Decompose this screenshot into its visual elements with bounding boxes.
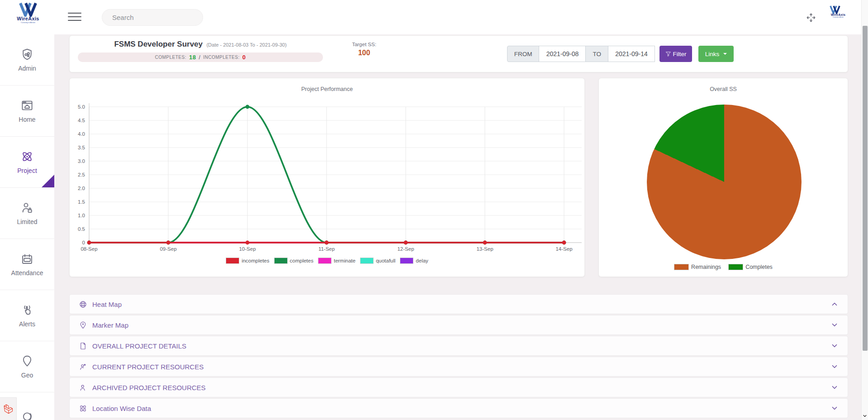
legend-item-completes[interactable]: Completes xyxy=(728,264,773,270)
legend-swatch xyxy=(318,258,332,264)
svg-text:10-Sep: 10-Sep xyxy=(239,246,256,252)
laravel-debugbar-toggle[interactable] xyxy=(0,397,17,420)
overall-ss-card: Overall SS RemainingsCompletes xyxy=(598,78,848,277)
chevron-down-icon[interactable] xyxy=(830,363,839,371)
target-ss-label: Target SS: xyxy=(337,42,391,47)
filter-button[interactable]: Filter xyxy=(659,46,692,62)
chevron-down-icon[interactable] xyxy=(830,404,839,412)
svg-text:08-Sep: 08-Sep xyxy=(81,246,97,252)
svg-text:13-Sep: 13-Sep xyxy=(476,246,493,252)
legend-item-terminate[interactable]: terminate xyxy=(318,258,356,264)
svg-text:14-Sep: 14-Sep xyxy=(555,246,572,252)
globe-stand-icon xyxy=(20,411,34,420)
chevron-down-icon[interactable] xyxy=(830,321,839,329)
chevron-down-icon[interactable] xyxy=(830,342,839,350)
brand-tagline: Curiosity in Action xyxy=(11,21,45,24)
main-content: FSMS Developer Survey (Date - 2021-08-03… xyxy=(54,34,868,420)
legend-item-delay[interactable]: delay xyxy=(400,258,428,264)
menu-toggle-icon[interactable] xyxy=(68,13,81,22)
marker-pin-icon xyxy=(79,321,87,329)
accordion-section-heat-map[interactable]: Heat Map xyxy=(69,294,848,314)
legend-item-quotafull[interactable]: quotafull xyxy=(360,258,395,264)
line-chart-title: Project Performance xyxy=(70,86,584,92)
scrollbar-thumb[interactable] xyxy=(863,26,868,351)
legend-swatch xyxy=(728,264,743,270)
sidebar-item-label: Attendance xyxy=(11,269,43,277)
active-corner-triangle xyxy=(42,175,54,187)
legend-swatch xyxy=(674,264,689,270)
date-filter-group: FROM 2021-09-08 TO 2021-09-14 Filter Lin… xyxy=(507,46,734,62)
fullscreen-expand-icon[interactable] xyxy=(805,12,817,24)
svg-text:2.5: 2.5 xyxy=(78,172,85,177)
svg-text:3.5: 3.5 xyxy=(78,145,85,150)
shield-gear-icon xyxy=(20,48,34,61)
legend-item-completes[interactable]: completes xyxy=(274,258,313,264)
legend-item-incompletes[interactable]: incompletes xyxy=(226,258,269,264)
sidebar-item-admin[interactable]: Admin xyxy=(0,34,54,86)
survey-date-range: (Date - 2021-08-03 To - 2021-09-30) xyxy=(206,42,286,48)
completes-label: COMPLETES: xyxy=(155,55,186,60)
window-home-icon xyxy=(20,99,34,112)
filter-funnel-icon xyxy=(665,51,671,57)
accordion-section-current-project-resources[interactable]: CURRENT PROJECT RESOURCES xyxy=(69,357,848,377)
accordion-section-label: CURRENT PROJECT RESOURCES xyxy=(92,363,204,371)
laravel-icon xyxy=(3,404,14,415)
accordion-section-location-wise-data[interactable]: Location Wise Data xyxy=(69,398,848,418)
sidebar-item-limited[interactable]: Limited xyxy=(0,188,54,239)
legend-label: Remainings xyxy=(691,264,721,270)
completes-stats-pill: COMPLETES: 18 / INCOMPLETES: 0 xyxy=(78,52,323,62)
svg-text:1.0: 1.0 xyxy=(78,213,85,218)
accordion-section-label: ARCHIVED PROJECT RESOURCES xyxy=(92,384,206,391)
sidebar-nav: AdminHomeProjectLimitedAttendanceAlertsG… xyxy=(0,34,54,420)
app-logo[interactable]: WireAxis Curiosity in Action xyxy=(11,2,45,24)
sections-accordion: Heat MapMarker MapOVERALL PROJECT DETAIL… xyxy=(69,294,848,419)
line-chart-legend: incompletescompletesterminatequotafullde… xyxy=(70,258,584,264)
links-button[interactable]: Links xyxy=(698,46,734,62)
survey-title-wrap: FSMS Developer Survey (Date - 2021-08-03… xyxy=(78,40,323,49)
chevron-up-icon[interactable] xyxy=(830,300,839,308)
chevron-down-icon[interactable] xyxy=(830,383,839,391)
accordion-section-overall-project-details[interactable]: OVERALL PROJECT DETAILS xyxy=(69,336,848,356)
mini-brand-tagline: Curiosity in Action xyxy=(829,16,848,18)
incompletes-value: 0 xyxy=(242,54,246,61)
sidebar-item-project[interactable]: Project xyxy=(0,137,54,188)
scrollbar-down-arrow-icon[interactable] xyxy=(862,413,868,419)
search-input[interactable] xyxy=(112,14,202,21)
legend-label: incompletes xyxy=(242,258,269,263)
legend-item-remainings[interactable]: Remainings xyxy=(674,264,721,270)
survey-title: FSMS Developer Survey xyxy=(114,40,203,48)
legend-label: Completes xyxy=(745,264,773,270)
pie-chart-legend: RemainingsCompletes xyxy=(599,264,848,270)
sidebar-item-label: Alerts xyxy=(19,320,35,328)
pie-chart-title: Overall SS xyxy=(599,86,848,92)
to-date-input[interactable]: 2021-09-14 xyxy=(608,46,655,62)
svg-text:0: 0 xyxy=(82,240,85,245)
project-performance-card: Project Performance 00.51.01.52.02.53.03… xyxy=(69,78,585,277)
legend-swatch xyxy=(274,258,288,264)
sidebar-item-geo[interactable]: Geo xyxy=(0,341,54,392)
svg-text:0.5: 0.5 xyxy=(78,226,85,232)
tap-icon xyxy=(20,303,34,317)
svg-text:09-Sep: 09-Sep xyxy=(160,246,176,252)
svg-text:1.5: 1.5 xyxy=(78,199,85,205)
overall-ss-pie xyxy=(647,105,802,259)
page-scrollbar[interactable] xyxy=(861,0,868,420)
doc-icon xyxy=(79,342,87,350)
sidebar-item-attendance[interactable]: Attendance xyxy=(0,239,54,290)
sidebar-item-home[interactable]: Home xyxy=(0,86,54,137)
accordion-section-archived-project-resources[interactable]: ARCHIVED PROJECT RESOURCES xyxy=(69,377,848,397)
accordion-section-marker-map[interactable]: Marker Map xyxy=(69,315,848,335)
incompletes-label: INCOMPLETES: xyxy=(203,55,239,60)
user-avatar-logo[interactable]: WireAxis Curiosity in Action xyxy=(829,5,848,18)
legend-label: quotafull xyxy=(376,258,395,263)
completes-value: 18 xyxy=(189,54,196,61)
brand-title: WireAxis xyxy=(11,16,45,21)
sidebar-item-alerts[interactable]: Alerts xyxy=(0,290,54,341)
top-header: WireAxis Curiosity in Action WireAxis Cu… xyxy=(0,0,868,34)
sidebar-item-label: Limited xyxy=(17,218,37,225)
legend-label: terminate xyxy=(334,258,356,263)
search-bar xyxy=(102,9,203,26)
from-date-input[interactable]: 2021-09-08 xyxy=(539,46,586,62)
user-star-icon xyxy=(79,363,87,371)
atom-icon xyxy=(79,404,87,413)
